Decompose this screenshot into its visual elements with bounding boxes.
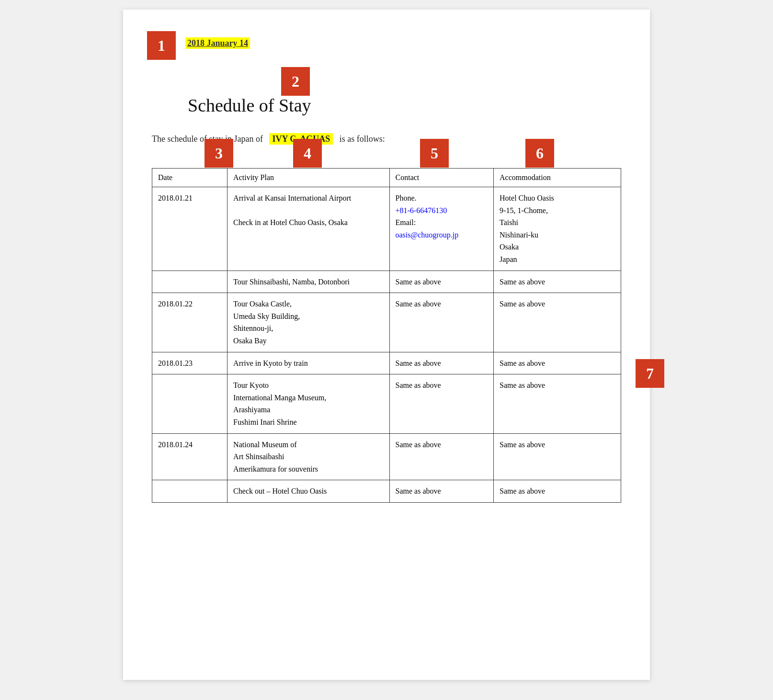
table-row: Check out – Hotel Chuo Oasis Same as abo… (152, 480, 621, 503)
table-row: Tour Kyoto International Manga Museum, A… (152, 374, 621, 433)
cell-contact: Phone. +81-6-66476130 Email: oasis@chuog… (389, 187, 494, 271)
schedule-table: Date Activity Plan Contact Accommodation… (152, 168, 621, 503)
title-row: Schedule of Stay (152, 91, 621, 120)
cell-activity: National Museum of Art Shinsaibashi Amer… (227, 433, 389, 480)
cell-date (152, 271, 227, 293)
cell-activity: Tour Kyoto International Manga Museum, A… (227, 374, 389, 433)
table-row: 2018.01.24 National Museum of Art Shinsa… (152, 433, 621, 480)
cell-date: 2018.01.24 (152, 433, 227, 480)
cell-contact: Same as above (389, 374, 494, 433)
cell-contact: Same as above (389, 480, 494, 503)
page-title: Schedule of Stay (188, 95, 311, 116)
table-row: Tour Shinsaibashi, Namba, Dotonbori Same… (152, 271, 621, 293)
cell-date: 2018.01.21 (152, 187, 227, 271)
cell-activity: Arrival at Kansai International Airport … (227, 187, 389, 271)
cell-date: 2018.01.22 (152, 293, 227, 352)
cell-date (152, 374, 227, 433)
cell-accommodation: Same as above (494, 271, 621, 293)
cell-contact: Same as above (389, 433, 494, 480)
cell-contact: Same as above (389, 352, 494, 374)
cell-contact: Same as above (389, 293, 494, 352)
date-text: 2018 January 14 (185, 37, 250, 49)
page: 1 2018 January 14 2 Schedule of Stay The… (123, 10, 650, 680)
badge-1: 1 (147, 31, 176, 60)
cell-date (152, 480, 227, 503)
badge-7: 7 (636, 359, 664, 388)
cell-activity: Tour Shinsaibashi, Namba, Dotonbori (227, 271, 389, 293)
header-activity: Activity Plan (227, 169, 389, 187)
cell-contact: Same as above (389, 271, 494, 293)
header-contact: Contact (389, 169, 494, 187)
badge-2: 2 (281, 67, 310, 96)
cell-accommodation: Hotel Chuo Oasis 9-15, 1-Chome, Taishi N… (494, 187, 621, 271)
cell-accommodation: Same as above (494, 374, 621, 433)
badge-6: 6 (525, 139, 554, 168)
cell-date: 2018.01.23 (152, 352, 227, 374)
cell-activity: Tour Osaka Castle, Umeda Sky Building, S… (227, 293, 389, 352)
table-row: 2018.01.23 Arrive in Kyoto by train Same… (152, 352, 621, 374)
table-row: 2018.01.21 Arrival at Kansai Internation… (152, 187, 621, 271)
badge-3: 3 (205, 139, 233, 168)
header-date: Date (152, 169, 227, 187)
cell-activity: Arrive in Kyoto by train (227, 352, 389, 374)
cell-activity: Check out – Hotel Chuo Oasis (227, 480, 389, 503)
table-row: 2018.01.22 Tour Osaka Castle, Umeda Sky … (152, 293, 621, 352)
cell-accommodation: Same as above (494, 433, 621, 480)
table-header-row: Date Activity Plan Contact Accommodation (152, 169, 621, 187)
badge-4: 4 (293, 139, 322, 168)
date-line: 2018 January 14 (185, 38, 250, 48)
phone-link[interactable]: +81-6-66476130 (396, 206, 447, 215)
cell-accommodation: Same as above (494, 480, 621, 503)
header-accommodation: Accommodation (494, 169, 621, 187)
cell-accommodation: Same as above (494, 352, 621, 374)
badge-5: 5 (420, 139, 449, 168)
email-link[interactable]: oasis@chuogroup.jp (396, 231, 459, 239)
cell-accommodation: Same as above (494, 293, 621, 352)
